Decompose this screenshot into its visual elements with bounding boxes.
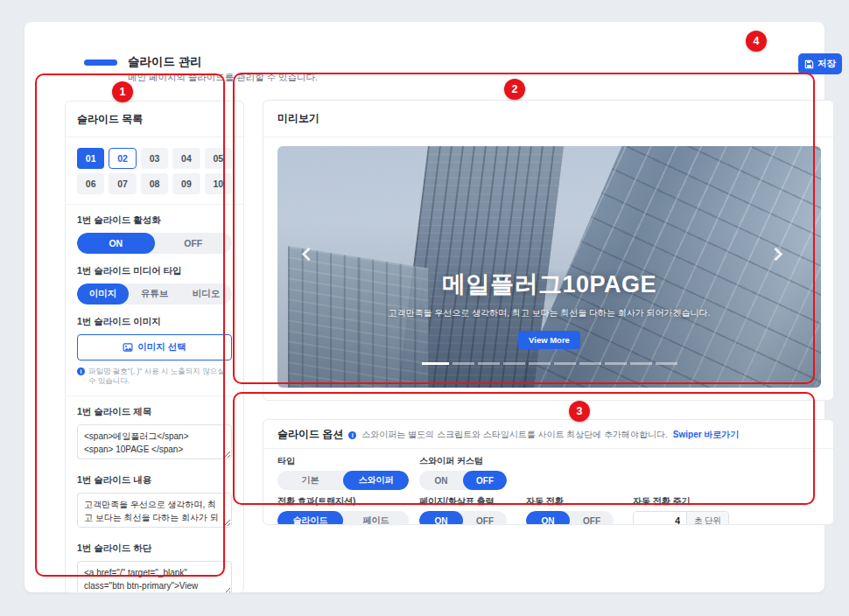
interval-input[interactable] [634, 512, 686, 525]
save-button-label: 저장 [817, 58, 836, 70]
transition-label: 전환 효과(트랜지션) [277, 495, 409, 508]
slide-footer-textarea[interactable]: <a href="/" target="_blank" class="btn b… [77, 561, 232, 593]
pager-off-button[interactable]: OFF [463, 511, 507, 525]
image-label: 1번 슬라이드 이미지 [77, 316, 232, 328]
annotation-badge-1: 1 [112, 81, 133, 102]
custom-off-button[interactable]: OFF [463, 471, 507, 490]
preview-panel: 미리보기 메일플러그10PAGE 고객만족을 우선으로 생각하며, 최고 보다는… [263, 100, 834, 401]
pagination-dash[interactable] [656, 362, 677, 365]
info-icon: i [77, 368, 85, 375]
enable-off-button[interactable]: OFF [155, 233, 233, 254]
divider [66, 204, 243, 205]
title-dash-icon [84, 60, 117, 66]
slide-number-button-01[interactable]: 01 [77, 148, 104, 169]
type-swiper-button[interactable]: 스와이퍼 [343, 471, 409, 490]
pager-label: 페이지/화살표 출력 [419, 495, 507, 508]
custom-label: 스와이퍼 커스텀 [419, 455, 507, 467]
options-header: 슬라이드 옵션 i 스와이퍼는 별도의 스크립트와 스타일시트를 사이트 최상단… [263, 420, 833, 449]
slide-pagination [422, 362, 677, 365]
interval-group: 초 단위 [633, 511, 729, 525]
pager-option: 페이지/화살표 출력 ON OFF [419, 495, 507, 525]
slide-options-panel: 슬라이드 옵션 i 스와이퍼는 별도의 스크립트와 스타일시트를 사이트 최상단… [263, 419, 834, 525]
interval-option: 자동 전환 주기 초 단위 [633, 495, 729, 525]
annotation-badge-3: 3 [569, 401, 590, 422]
slide-number-button-03[interactable]: 03 [141, 148, 168, 169]
custom-on-button[interactable]: ON [419, 471, 463, 490]
pagination-dash[interactable] [630, 362, 652, 365]
enable-toggle: ON OFF [77, 233, 232, 254]
annotation-badge-2: 2 [504, 79, 525, 100]
slide-number-button-05[interactable]: 05 [205, 148, 232, 169]
slide-number-button-07[interactable]: 07 [109, 173, 136, 194]
auto-label: 자동 전환 [526, 495, 614, 508]
slide-number-button-06[interactable]: 06 [77, 173, 104, 194]
pagination-dash[interactable] [453, 362, 474, 365]
auto-on-button[interactable]: ON [526, 511, 570, 525]
swiper-link[interactable]: Swiper 바로가기 [673, 429, 740, 441]
auto-toggle: ON OFF [526, 511, 614, 525]
slide-list-title: 슬라이드 목록 [77, 112, 232, 127]
options-body: 타입 기본 스와이퍼 스와이퍼 커스텀 ON OFF 전환 효과(트랜지션) [263, 449, 833, 525]
custom-toggle: ON OFF [419, 471, 507, 490]
pagination-dash[interactable] [478, 362, 500, 365]
enable-label: 1번 슬라이드 활성화 [77, 214, 232, 227]
pagination-dash[interactable] [503, 362, 525, 365]
slide-number-button-09[interactable]: 09 [172, 173, 200, 194]
view-more-button[interactable]: View More [518, 331, 580, 349]
pager-toggle: ON OFF [419, 511, 507, 525]
slide-footer-label: 1번 슬라이드 하단 [77, 542, 232, 555]
slide-number-button-04[interactable]: 04 [172, 148, 200, 169]
slide-content-label: 1번 슬라이드 내용 [77, 474, 232, 486]
pagination-dash[interactable] [422, 362, 449, 365]
slide-list-panel: 슬라이드 목록 01020304050607080910 1번 슬라이드 활성화… [65, 101, 244, 593]
media-video-button[interactable]: 비디오 [180, 284, 232, 304]
image-help: i 파일명 괄호"(, )" 사용 시 노출되지 않으실 수 있습니다. [77, 367, 232, 386]
image-icon [123, 342, 133, 353]
slide-heading: 메일플러그10PAGE [442, 269, 656, 300]
pagination-dash[interactable] [605, 362, 627, 365]
interval-unit: 초 단위 [686, 512, 728, 525]
media-type-label: 1번 슬라이드 미디어 타입 [77, 265, 232, 277]
pagination-dash[interactable] [579, 362, 601, 365]
annotation-badge-4: 4 [746, 31, 767, 52]
divider [66, 396, 243, 396]
type-toggle: 기본 스와이퍼 [277, 471, 409, 490]
options-notice: 스와이퍼는 별도의 스크립트와 스타일시트를 사이트 최상단에 추가해야합니다. [361, 429, 667, 441]
slide-title-textarea[interactable]: <span>메일플러그</span> <span> 10PAGE </span> [77, 424, 232, 459]
page-title: 슬라이드 관리 [128, 54, 202, 70]
custom-option: 스와이퍼 커스텀 ON OFF [419, 455, 507, 490]
slide-caption: 메일플러그10PAGE 고객만족을 우선으로 생각하며, 최고 보다는 최선을 … [277, 146, 821, 388]
media-youtube-button[interactable]: 유튜브 [129, 284, 180, 304]
interval-label: 자동 전환 주기 [633, 495, 729, 508]
pagination-dash[interactable] [529, 362, 551, 365]
slide-number-grid: 01020304050607080910 [77, 148, 232, 194]
main-card: 슬라이드 관리 메인 페이지의 슬라이드를 관리할 수 있습니다. 저장 슬라이… [25, 22, 824, 592]
slide-subheading: 고객만족을 우선으로 생각하며, 최고 보다는 최선을 다하는 회사가 되어가겠… [389, 307, 711, 319]
media-image-button[interactable]: 이미지 [77, 284, 129, 304]
slide-number-button-10[interactable]: 10 [205, 173, 232, 194]
save-icon [804, 60, 814, 69]
image-help-text: 파일명 괄호"(, )" 사용 시 노출되지 않으실 수 있습니다. [88, 367, 232, 386]
info-icon: i [348, 431, 356, 439]
slide-number-button-08[interactable]: 08 [141, 173, 168, 194]
type-basic-button[interactable]: 기본 [277, 471, 343, 490]
pager-on-button[interactable]: ON [419, 511, 463, 525]
slide-number-button-02[interactable]: 02 [109, 148, 136, 169]
divider [66, 136, 243, 137]
transition-option: 전환 효과(트랜지션) 슬라이드 페이드 [277, 495, 409, 525]
auto-option: 자동 전환 ON OFF [526, 495, 614, 525]
slide-preview: 메일플러그10PAGE 고객만족을 우선으로 생각하며, 최고 보다는 최선을 … [277, 146, 821, 388]
auto-off-button[interactable]: OFF [570, 511, 614, 525]
slide-content-textarea[interactable]: 고객만족을 우선으로 생각하며, 최고 보다는 최선을 다하는 회사가 되어가겠… [77, 493, 232, 528]
transition-slide-button[interactable]: 슬라이드 [277, 511, 343, 525]
enable-on-button[interactable]: ON [77, 233, 155, 254]
options-title: 슬라이드 옵션 [277, 427, 343, 442]
image-select-button[interactable]: 이미지 선택 [77, 334, 232, 360]
page-subtitle: 메인 페이지의 슬라이드를 관리할 수 있습니다. [128, 72, 318, 84]
media-type-toggle: 이미지 유튜브 비디오 [77, 284, 232, 304]
save-button[interactable]: 저장 [798, 53, 842, 74]
preview-title: 미리보기 [263, 101, 833, 137]
pagination-dash[interactable] [554, 362, 576, 365]
transition-fade-button[interactable]: 페이드 [343, 511, 409, 525]
type-option: 타입 기본 스와이퍼 [277, 455, 409, 490]
